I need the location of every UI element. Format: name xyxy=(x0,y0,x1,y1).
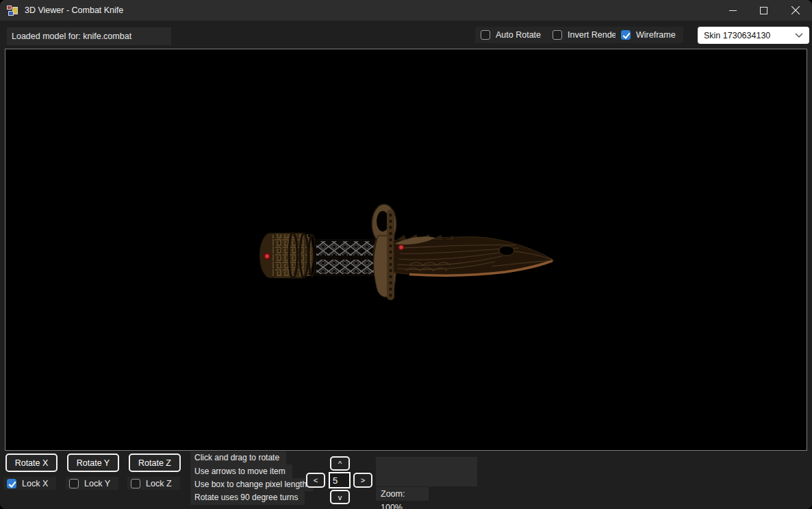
knife-model xyxy=(252,201,557,304)
close-button[interactable] xyxy=(779,0,812,21)
wireframe-checkbox-box[interactable] xyxy=(621,30,631,40)
zoom-label: Zoom: 100% xyxy=(376,487,429,501)
loaded-model-label: Loaded model for: knife.combat xyxy=(7,27,171,45)
lock-x-checkbox-box[interactable] xyxy=(7,479,16,488)
knife-pommel xyxy=(259,233,316,278)
skin-dropdown-value: Skin 1730634130 xyxy=(698,31,795,40)
window-title: 3D Viewer - Combat Knife xyxy=(25,0,123,21)
lock-z-label: Lock Z xyxy=(146,479,172,488)
rotate-y-button[interactable]: Rotate Y xyxy=(67,454,119,472)
auto-rotate-checkbox[interactable]: Auto Rotate xyxy=(475,27,548,43)
invert-render-label: Invert Render xyxy=(568,30,620,40)
lock-z-checkbox[interactable]: Lock Z xyxy=(127,477,180,490)
chevron-down-icon xyxy=(795,33,803,38)
instructions-panel: Click and drag to rotate Use arrows to m… xyxy=(190,451,314,505)
instruction-line: Rotate uses 90 degree turns xyxy=(190,491,305,504)
step-size-input[interactable] xyxy=(329,472,351,488)
app-icon-red-square xyxy=(7,5,12,10)
lock-x-checkbox[interactable]: Lock X xyxy=(3,477,56,490)
knife-blade xyxy=(394,234,554,275)
instruction-line: Use box to change pixel length xyxy=(190,478,314,491)
app-icon-blue-square xyxy=(8,11,14,16)
lock-x-label: Lock X xyxy=(22,479,48,488)
rotate-z-button[interactable]: Rotate Z xyxy=(129,454,181,472)
auto-rotate-label: Auto Rotate xyxy=(496,30,541,40)
move-left-button[interactable]: < xyxy=(306,473,325,488)
viewport-3d[interactable] xyxy=(5,49,807,451)
invert-render-checkbox-box[interactable] xyxy=(553,30,562,40)
lock-y-checkbox-box[interactable] xyxy=(69,479,79,488)
app-window: 3D Viewer - Combat Knife Loaded model fo… xyxy=(0,0,812,509)
move-up-button[interactable]: ^ xyxy=(330,456,350,471)
wireframe-label: Wireframe xyxy=(636,30,676,40)
minimize-button[interactable] xyxy=(718,0,748,21)
skin-dropdown[interactable]: Skin 1730634130 xyxy=(698,27,809,44)
lock-y-label: Lock Y xyxy=(84,479,110,488)
auto-rotate-checkbox-box[interactable] xyxy=(481,30,490,40)
wireframe-checkbox[interactable]: Wireframe xyxy=(616,27,683,43)
window-titlebar: 3D Viewer - Combat Knife xyxy=(0,0,812,21)
instruction-line: Click and drag to rotate xyxy=(190,451,286,464)
lock-z-checkbox-box[interactable] xyxy=(131,479,140,488)
lock-y-checkbox[interactable]: Lock Y xyxy=(66,477,118,490)
close-icon xyxy=(791,6,800,14)
maximize-button[interactable] xyxy=(748,0,779,21)
rotate-x-button[interactable]: Rotate X xyxy=(5,454,58,472)
zoom-slider[interactable] xyxy=(376,457,477,486)
instruction-line: Use arrows to move item xyxy=(190,464,292,477)
maximize-icon xyxy=(760,7,767,14)
knife-guard xyxy=(372,204,396,300)
move-down-button[interactable]: v xyxy=(330,490,350,504)
minimize-icon xyxy=(729,7,737,14)
move-right-button[interactable]: > xyxy=(353,473,372,488)
app-icon xyxy=(7,5,18,16)
